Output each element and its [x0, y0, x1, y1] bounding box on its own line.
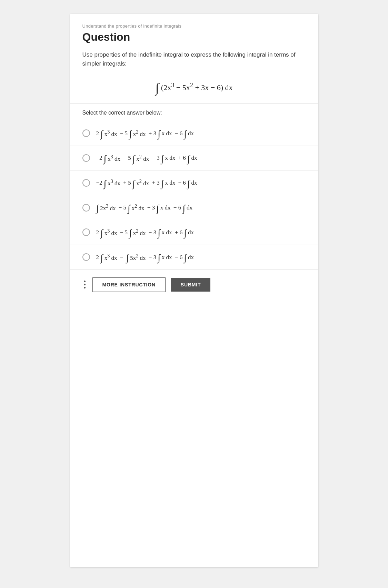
- radio-c[interactable]: [82, 179, 90, 187]
- integral-icon: ∫: [161, 179, 164, 188]
- integral-icon: ∫: [158, 129, 160, 139]
- radio-d[interactable]: [82, 204, 90, 212]
- question-card: Understand the properties of indefinite …: [70, 14, 318, 567]
- dot-2: [84, 284, 86, 285]
- integral-icon: ∫: [100, 253, 103, 263]
- subtitle: Understand the properties of indefinite …: [82, 23, 306, 29]
- question-text: Use properties of the indefinite integra…: [82, 50, 306, 69]
- dot-1: [84, 281, 86, 282]
- integral-icon: ∫: [104, 179, 107, 188]
- radio-a[interactable]: [82, 129, 90, 137]
- integral-icon: ∫: [96, 204, 99, 213]
- option-a-math: 2 ∫ x3 dx − 5 ∫ x2 dx + 3 ∫ x dx − 6 ∫ d…: [96, 128, 194, 139]
- question-title: Question: [82, 31, 306, 43]
- integral-icon: ∫: [128, 204, 130, 213]
- integral-icon: ∫: [126, 253, 129, 263]
- option-e[interactable]: 2 ∫ x3 dx − 5 ∫ x2 dx − 3 ∫ x dx + 6 ∫ d…: [70, 220, 318, 245]
- integral-icon: ∫: [158, 228, 160, 238]
- header-section: Understand the properties of indefinite …: [70, 14, 318, 104]
- more-instruction-button[interactable]: MORE INSTRUCTION: [92, 277, 166, 292]
- integral-icon: ∫: [184, 129, 187, 139]
- main-integral-display: ∫ (2x3 − 5x2 + 3x − 6) dx: [82, 77, 306, 95]
- option-b-math: −2 ∫ x3 dx − 5 ∫ x2 dx − 3 ∫ x dx + 6 ∫ …: [96, 153, 197, 164]
- option-c[interactable]: −2 ∫ x3 dx + 5 ∫ x2 dx + 3 ∫ x dx − 6 ∫ …: [70, 170, 318, 195]
- option-f-math: 2 ∫ x3 dx − ∫ 5x2 dx − 3 ∫ x dx − 6 ∫ dx: [96, 252, 194, 263]
- option-d[interactable]: ∫ 2x3 dx − 5 ∫ x2 dx − 3 ∫ x dx − 6 ∫ dx: [70, 195, 318, 220]
- page-container: Understand the properties of indefinite …: [0, 0, 388, 588]
- footer-section: MORE INSTRUCTION SUBMIT: [70, 270, 318, 300]
- integral-icon: ∫: [187, 179, 190, 188]
- integral-icon: ∫: [158, 253, 160, 263]
- integral-icon: ∫: [161, 154, 164, 164]
- integral-icon: ∫: [184, 228, 187, 238]
- option-a[interactable]: 2 ∫ x3 dx − 5 ∫ x2 dx + 3 ∫ x dx − 6 ∫ d…: [70, 121, 318, 146]
- integral-icon: ∫: [104, 154, 107, 164]
- dots-menu[interactable]: [82, 279, 87, 290]
- dot-3: [84, 287, 86, 288]
- select-section: Select the correct answer below:: [70, 104, 318, 121]
- integral-icon: ∫: [129, 228, 132, 238]
- integral-icon: ∫: [100, 228, 103, 238]
- radio-e[interactable]: [82, 228, 90, 236]
- submit-button[interactable]: SUBMIT: [171, 278, 210, 292]
- integral-icon: ∫: [182, 204, 185, 213]
- option-c-math: −2 ∫ x3 dx + 5 ∫ x2 dx + 3 ∫ x dx − 6 ∫ …: [96, 177, 197, 188]
- radio-f[interactable]: [82, 253, 90, 261]
- integral-icon: ∫: [129, 129, 132, 139]
- integral-icon: ∫: [100, 129, 103, 139]
- option-e-math: 2 ∫ x3 dx − 5 ∫ x2 dx − 3 ∫ x dx + 6 ∫ d…: [96, 227, 194, 238]
- integrand: (2x3 − 5x2 + 3x − 6) dx: [161, 82, 233, 92]
- option-b[interactable]: −2 ∫ x3 dx − 5 ∫ x2 dx − 3 ∫ x dx + 6 ∫ …: [70, 146, 318, 171]
- integral-icon: ∫: [132, 179, 135, 188]
- integral-icon: ∫: [132, 154, 135, 164]
- integral-icon: ∫: [156, 204, 159, 213]
- radio-b[interactable]: [82, 154, 90, 162]
- integral-icon: ∫: [187, 154, 190, 164]
- option-f[interactable]: 2 ∫ x3 dx − ∫ 5x2 dx − 3 ∫ x dx − 6 ∫ dx: [70, 245, 318, 270]
- option-d-math: ∫ 2x3 dx − 5 ∫ x2 dx − 3 ∫ x dx − 6 ∫ dx: [96, 202, 192, 213]
- integral-symbol: ∫: [155, 81, 159, 94]
- integral-icon: ∫: [184, 253, 187, 263]
- select-label: Select the correct answer below:: [82, 110, 162, 116]
